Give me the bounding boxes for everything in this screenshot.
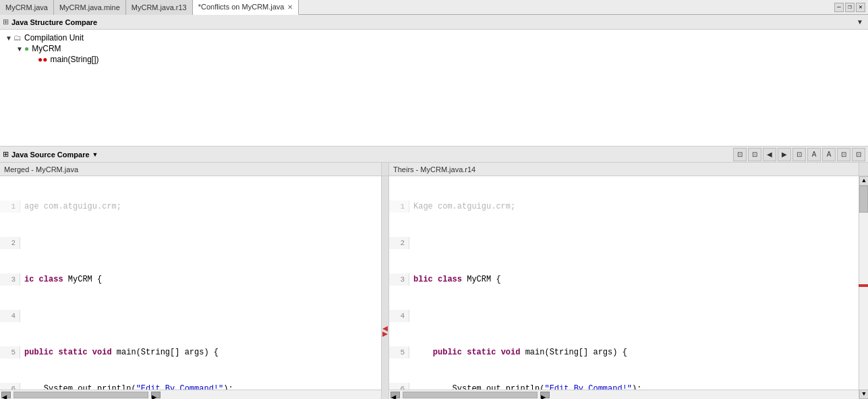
source-dropdown-arrow[interactable]: ▼ (92, 151, 98, 158)
window-controls: — ❐ ✕ (832, 3, 868, 12)
right-hscrollbar[interactable]: ◀ ▶ (389, 390, 859, 399)
table-row: 4 (0, 310, 381, 322)
minimize-panel-button[interactable]: ▼ (855, 17, 865, 28)
structure-panel-header: ⊞ Java Structure Compare ▼ (0, 15, 868, 30)
source-toolbar: ⊞ Java Source Compare ▼ ⊡ ⊡ ◀ ▶ ⊡ A A ⊡ … (0, 147, 868, 163)
source-compare-panel: ⊞ Java Source Compare ▼ ⊡ ⊡ ◀ ▶ ⊡ A A ⊡ … (0, 147, 868, 399)
table-row: 6 System.out.println("Edit By Command!")… (0, 383, 381, 390)
source-toolbar-icon: ⊞ (3, 150, 9, 159)
table-row: 5 public static void main(String[] args)… (0, 346, 381, 358)
tree-label-class: MyCRM (32, 44, 61, 53)
tree-label-compilation: Compilation Unit (24, 33, 84, 43)
vertical-scrollbar[interactable]: ▲ ▼ (859, 176, 868, 399)
tree-item-mycrm-class[interactable]: ▼ ● MyCRM (0, 43, 868, 54)
method-icon: ●● (38, 55, 48, 64)
right-pane-title: Theirs - MyCRM.java.r14 (393, 165, 475, 174)
toolbar-btn-7[interactable]: A (822, 148, 836, 161)
toolbar-btn-3[interactable]: ◀ (763, 148, 776, 161)
structure-panel-title: Java Structure Compare (11, 18, 855, 26)
class-icon: ● (24, 44, 29, 53)
conflict-arrow-icon (382, 326, 388, 331)
table-row: 1 age com.atguigu.crm; (0, 201, 381, 213)
scroll-up-button[interactable]: ▲ (859, 176, 868, 186)
table-row: 5 public static void main(String[] args)… (389, 346, 859, 358)
tree-item-main-method[interactable]: ●● main(String[]) (0, 54, 868, 65)
scroll-down-button[interactable]: ▼ (859, 390, 868, 399)
scroll-arrow-left-right[interactable]: ◀ (390, 392, 400, 398)
tab-bar: MyCRM.java MyCRM.java.mine MyCRM.java.r1… (0, 0, 868, 15)
source-toolbar-title: Java Source Compare (11, 151, 90, 159)
compilation-unit-icon: 🗂 (13, 33, 22, 43)
scroll-arrow-left[interactable]: ◀ (1, 392, 11, 398)
conflict-scroll-marker (859, 284, 868, 287)
tab-label: MyCRM.java (5, 3, 48, 11)
toolbar-btn-9[interactable]: ⊡ (852, 148, 865, 161)
left-code-area[interactable]: 1 age com.atguigu.crm; 2 3 ic class MyCR… (0, 176, 381, 390)
table-row: 6 System.out.println("Edit By Command!")… (389, 383, 859, 390)
scroll-arrow-right-right[interactable]: ▶ (540, 392, 550, 398)
table-row: 2 (389, 237, 859, 249)
pane-divider (381, 176, 389, 399)
toolbar-btn-6[interactable]: A (807, 148, 821, 161)
structure-compare-panel: ⊞ Java Structure Compare ▼ ▼ 🗂 Compilati… (0, 15, 868, 147)
hscroll-thumb-right[interactable] (403, 392, 538, 398)
scroll-arrow-right[interactable]: ▶ (151, 392, 161, 398)
table-row: 2 (0, 237, 381, 249)
tree-toggle-icon[interactable]: ▼ (5, 34, 13, 42)
tab-mycrm-mine[interactable]: MyCRM.java.mine (54, 0, 126, 15)
table-row: 1 Kage com.atguigu.crm; (389, 201, 859, 213)
tree-label-method: main(String[]) (51, 55, 99, 64)
hscroll-thumb-left[interactable] (13, 392, 148, 398)
right-code-area[interactable]: 1 Kage com.atguigu.crm; 2 3 blic class M… (389, 176, 859, 390)
tab-label: MyCRM.java.mine (59, 3, 120, 11)
tree-item-compilation-unit[interactable]: ▼ 🗂 Compilation Unit (0, 32, 868, 43)
tab-label: MyCRM.java.r13 (132, 3, 187, 11)
tab-label: *Conflicts on MyCRM.java (198, 3, 285, 11)
tree-toggle-icon[interactable]: ▼ (16, 45, 24, 53)
toolbar-btn-2[interactable]: ⊡ (748, 148, 761, 161)
table-row: 4 (389, 310, 859, 322)
table-row: 3 blic class MyCRM { (389, 273, 859, 286)
structure-icon: ⊞ (3, 18, 9, 26)
tab-conflicts[interactable]: *Conflicts on MyCRM.java ✕ (193, 0, 299, 15)
toolbar-buttons: ⊡ ⊡ ◀ ▶ ⊡ A A ⊡ ⊡ (733, 148, 865, 161)
left-hscrollbar[interactable]: ◀ ▶ (0, 390, 381, 399)
close-button[interactable]: ✕ (856, 3, 865, 12)
toolbar-btn-5[interactable]: ⊡ (792, 148, 806, 161)
toolbar-btn-1[interactable]: ⊡ (733, 148, 747, 161)
right-pane-header: Theirs - MyCRM.java.r14 (389, 163, 859, 176)
tab-close-icon[interactable]: ✕ (287, 3, 293, 11)
tab-mycrm-java[interactable]: MyCRM.java (0, 0, 54, 15)
left-pane-header: Merged - MyCRM.java (0, 163, 381, 176)
vscroll-thumb[interactable] (859, 186, 868, 213)
left-pane-title: Merged - MyCRM.java (4, 165, 78, 174)
conflict-arrow-right-icon (382, 331, 388, 337)
right-code-pane[interactable]: 1 Kage com.atguigu.crm; 2 3 blic class M… (389, 176, 859, 399)
structure-tree: ▼ 🗂 Compilation Unit ▼ ● MyCRM ●● main(S… (0, 30, 868, 146)
toolbar-btn-8[interactable]: ⊡ (837, 148, 850, 161)
minimize-button[interactable]: — (834, 3, 844, 12)
toolbar-btn-4[interactable]: ▶ (778, 148, 791, 161)
left-code-pane[interactable]: 1 age com.atguigu.crm; 2 3 ic class MyCR… (0, 176, 381, 399)
restore-button[interactable]: ❐ (845, 3, 855, 12)
tab-mycrm-r13[interactable]: MyCRM.java.r13 (126, 0, 193, 15)
table-row: 3 ic class MyCRM { (0, 273, 381, 286)
panes-wrapper: 1 age com.atguigu.crm; 2 3 ic class MyCR… (0, 176, 868, 399)
